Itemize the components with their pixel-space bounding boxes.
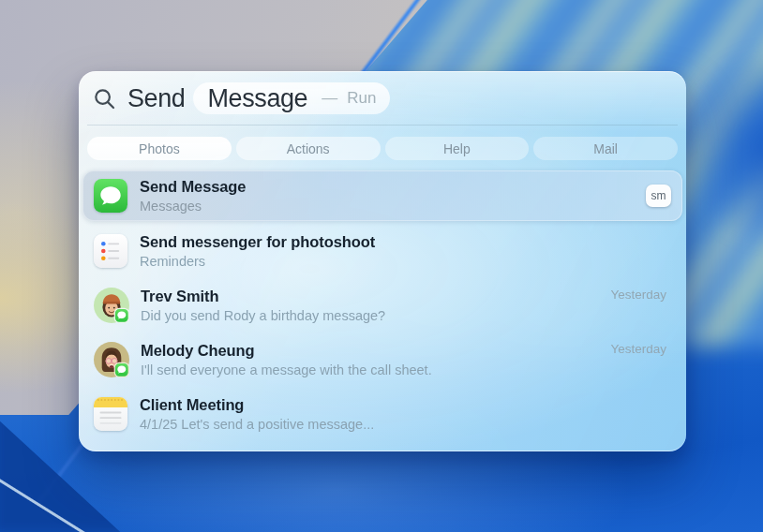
messages-app-icon	[94, 179, 127, 213]
completion-text: Message	[207, 84, 307, 113]
completion-separator: —	[322, 89, 337, 108]
result-text: Send messenger for photoshoot Reminders	[140, 232, 375, 271]
result-row-trev-smith[interactable]: Trev Smith Did you send Rody a birthday …	[82, 278, 682, 332]
result-subtitle: Messages	[140, 198, 246, 215]
result-text: Send Message Messages	[140, 177, 246, 215]
reminders-app-icon	[94, 234, 127, 268]
result-title: Client Meeting	[140, 395, 374, 415]
result-subtitle: Reminders	[140, 253, 375, 271]
contact-avatar-melody	[94, 342, 129, 377]
spotlight-panel: Send Message — Run Photos Actions Help M…	[79, 71, 686, 451]
result-subtitle: 4/1/25 Let's send a positive message...	[140, 416, 374, 434]
result-row-client-meeting[interactable]: Client Meeting 4/1/25 Let's send a posit…	[82, 387, 682, 441]
messages-badge	[114, 362, 128, 377]
contact-avatar-trev	[94, 288, 129, 323]
messages-badge	[114, 308, 128, 322]
result-timestamp: Yesterday	[610, 288, 666, 302]
result-row-send-message[interactable]: Send Message Messages sm	[82, 170, 682, 221]
filter-chip-photos[interactable]: Photos	[87, 137, 232, 160]
filter-chip-mail[interactable]: Mail	[533, 137, 678, 160]
result-timestamp: Yesterday	[610, 342, 666, 356]
search-query-text[interactable]: Send	[127, 84, 185, 113]
notes-app-icon	[94, 397, 127, 431]
result-text: Melody Cheung I'll send everyone a messa…	[141, 341, 432, 379]
search-divider	[87, 125, 678, 126]
result-title: Trev Smith	[141, 287, 385, 306]
result-subtitle: Did you send Rody a birthday message?	[141, 307, 385, 325]
result-row-reminder[interactable]: Send messenger for photoshoot Reminders	[82, 224, 682, 278]
result-subtitle: I'll send everyone a message with the ca…	[141, 362, 432, 379]
result-title: Send messenger for photoshoot	[140, 232, 375, 252]
shortcut-badge: sm	[646, 185, 671, 207]
magnifier-icon	[93, 87, 116, 111]
filter-chip-row: Photos Actions Help Mail	[87, 137, 678, 160]
run-action-hint: Run	[347, 89, 376, 108]
search-input[interactable]: Send Message — Run	[91, 80, 674, 117]
filter-chip-actions[interactable]: Actions	[236, 137, 381, 160]
result-text: Trev Smith Did you send Rody a birthday …	[141, 287, 385, 325]
result-text: Client Meeting 4/1/25 Let's send a posit…	[140, 395, 374, 434]
result-title: Melody Cheung	[141, 341, 432, 361]
search-results-list: Send Message Messages sm	[82, 170, 682, 441]
filter-chip-help[interactable]: Help	[385, 137, 530, 160]
search-completion-pill[interactable]: Message — Run	[193, 82, 390, 114]
result-title: Send Message	[140, 177, 246, 197]
result-row-melody-cheung[interactable]: Melody Cheung I'll send everyone a messa…	[82, 332, 682, 387]
